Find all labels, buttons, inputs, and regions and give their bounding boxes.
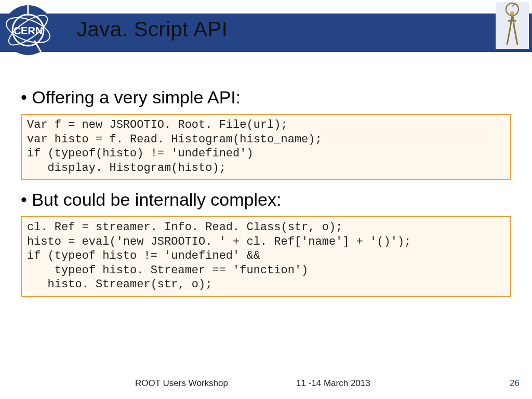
code-block-complex: cl. Ref = streamer. Info. Read. Class(st… — [21, 216, 511, 297]
svg-point-9 — [510, 11, 514, 16]
figure-statue-icon — [496, 2, 529, 49]
slide-content: Offering a very simple API: Var f = new … — [21, 78, 511, 305]
bullet-complex: But could be internally complex: — [21, 190, 511, 210]
footer-date: 11 -14 March 2013 — [296, 378, 370, 389]
code-block-simple: Var f = new JSROOTIO. Root. File(url); v… — [21, 114, 511, 180]
slide-title: Java. Script API — [77, 18, 228, 41]
cern-logo-icon: CERN — [2, 4, 54, 56]
footer-venue: ROOT Users Workshop — [135, 378, 228, 389]
svg-rect-7 — [496, 2, 529, 49]
slide-header: CERN Java. Script API — [0, 0, 532, 52]
slide-footer: ROOT Users Workshop 11 -14 March 2013 26 — [0, 378, 532, 391]
page-number: 26 — [510, 378, 520, 389]
svg-text:CERN: CERN — [14, 25, 43, 36]
bullet-simple-api: Offering a very simple API: — [21, 87, 511, 108]
